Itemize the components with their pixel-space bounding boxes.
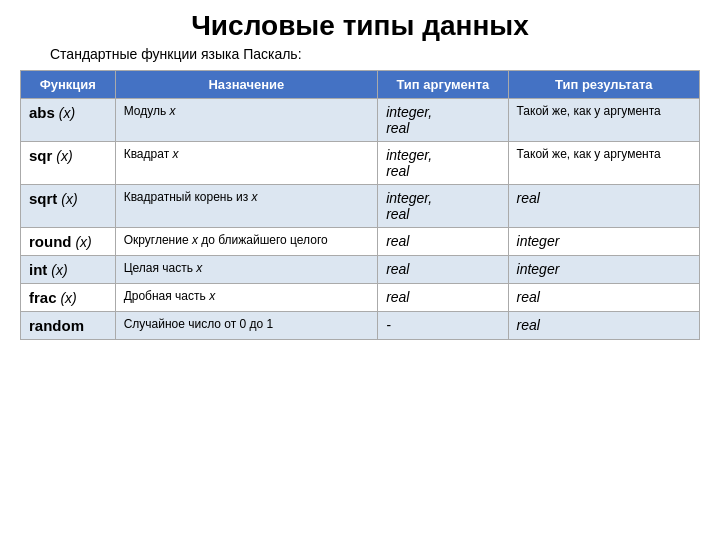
description-cell: Квадратный корень из x bbox=[115, 185, 377, 228]
functions-table: Функция Назначение Тип аргумента Тип рез… bbox=[20, 70, 700, 340]
result-type-cell: real bbox=[508, 284, 699, 312]
arg-type-cell: integer,real bbox=[378, 185, 508, 228]
subtitle: Стандартные функции языка Паскаль: bbox=[50, 46, 302, 62]
table-row: randomСлучайное число от 0 до 1-real bbox=[21, 312, 700, 340]
function-cell: round (x) bbox=[21, 228, 116, 256]
arg-type-cell: real bbox=[378, 284, 508, 312]
description-cell: Квадрат x bbox=[115, 142, 377, 185]
col-header-purpose: Назначение bbox=[115, 71, 377, 99]
result-type-cell: integer bbox=[508, 228, 699, 256]
table-row: round (x)Округление x до ближайшего цело… bbox=[21, 228, 700, 256]
function-cell: int (x) bbox=[21, 256, 116, 284]
arg-type-cell: real bbox=[378, 228, 508, 256]
result-type-cell: real bbox=[508, 312, 699, 340]
table-row: abs (x)Модуль xinteger,realТакой же, как… bbox=[21, 99, 700, 142]
function-cell: frac (x) bbox=[21, 284, 116, 312]
result-type-cell: integer bbox=[508, 256, 699, 284]
description-cell: Округление x до ближайшего целого bbox=[115, 228, 377, 256]
table-row: int (x)Целая часть xrealinteger bbox=[21, 256, 700, 284]
function-cell: random bbox=[21, 312, 116, 340]
arg-type-cell: - bbox=[378, 312, 508, 340]
description-cell: Целая часть x bbox=[115, 256, 377, 284]
result-type-cell: Такой же, как у аргумента bbox=[508, 99, 699, 142]
page-title: Числовые типы данных bbox=[191, 10, 529, 42]
description-cell: Случайное число от 0 до 1 bbox=[115, 312, 377, 340]
col-header-result-type: Тип результата bbox=[508, 71, 699, 99]
col-header-function: Функция bbox=[21, 71, 116, 99]
table-row: frac (x)Дробная часть xrealreal bbox=[21, 284, 700, 312]
arg-type-cell: integer,real bbox=[378, 99, 508, 142]
table-row: sqr (x)Квадрат xinteger,realТакой же, ка… bbox=[21, 142, 700, 185]
arg-type-cell: real bbox=[378, 256, 508, 284]
table-row: sqrt (x)Квадратный корень из xinteger,re… bbox=[21, 185, 700, 228]
result-type-cell: real bbox=[508, 185, 699, 228]
function-cell: sqrt (x) bbox=[21, 185, 116, 228]
function-cell: sqr (x) bbox=[21, 142, 116, 185]
arg-type-cell: integer,real bbox=[378, 142, 508, 185]
col-header-arg-type: Тип аргумента bbox=[378, 71, 508, 99]
result-type-cell: Такой же, как у аргумента bbox=[508, 142, 699, 185]
description-cell: Дробная часть x bbox=[115, 284, 377, 312]
description-cell: Модуль x bbox=[115, 99, 377, 142]
function-cell: abs (x) bbox=[21, 99, 116, 142]
